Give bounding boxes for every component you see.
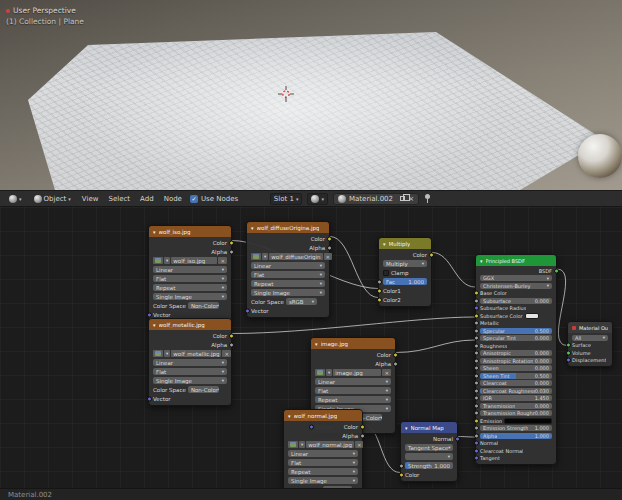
collapse-icon[interactable]: ▾ xyxy=(251,225,254,231)
blend-mode-dropdown[interactable]: Multiply xyxy=(383,260,427,267)
collapse-icon[interactable]: ▾ xyxy=(480,258,483,264)
node-mix-multiply[interactable]: ▾ Multiply Color Multiply Clamp Fac1.000… xyxy=(378,237,432,307)
material-slot-dropdown[interactable]: Slot 1 ▾ xyxy=(270,193,303,205)
image-browse-chevron-icon[interactable]: ▾ xyxy=(164,350,170,357)
transmission-roughness-slider[interactable]: Transmission Roughness0.000 xyxy=(480,410,552,416)
image-selector[interactable]: ▾wolf_metallic.jpg× xyxy=(153,350,231,357)
image-name[interactable]: wolf_iso.jpg xyxy=(171,257,217,264)
image-browse-chevron-icon[interactable]: ▾ xyxy=(326,369,332,376)
node-header[interactable]: ▾ Multiply xyxy=(379,238,431,249)
color-output-socket[interactable] xyxy=(229,333,234,338)
image-selector[interactable]: ▾wolf_iso.jpg× xyxy=(153,257,227,264)
sheen-tint-input-socket[interactable] xyxy=(474,373,479,378)
node-wolf-iso-texture[interactable]: ▾ wolf_iso.jpg Color Alpha ▾wolf_iso.jpg… xyxy=(148,225,232,322)
volume-input-socket[interactable] xyxy=(566,350,571,355)
projection-dropdown[interactable]: Flat xyxy=(153,368,227,375)
node-wolf-diffuse-texture[interactable]: ▾ wolf_diffuseOrigina.jpg Color Alpha ▾w… xyxy=(246,221,330,318)
source-dropdown[interactable]: Single Image xyxy=(153,293,227,300)
interpolation-dropdown[interactable]: Linear xyxy=(153,359,227,366)
interpolation-dropdown[interactable]: Linear xyxy=(288,450,358,457)
bsdf-output-socket[interactable] xyxy=(554,268,559,273)
roughness-input-socket[interactable] xyxy=(474,343,479,348)
menu-node[interactable]: Node xyxy=(162,195,184,203)
vector-input-socket[interactable] xyxy=(309,424,314,429)
displacement-input-socket[interactable] xyxy=(566,358,571,363)
vector-input-socket[interactable] xyxy=(245,308,250,313)
alpha-input-socket[interactable] xyxy=(474,433,479,438)
unlink-image-icon[interactable]: × xyxy=(222,350,231,357)
menu-view[interactable]: View xyxy=(80,195,101,203)
image-name[interactable]: wolf_diffuseOrigin xyxy=(269,253,322,260)
specular-input-socket[interactable] xyxy=(474,328,479,333)
projection-dropdown[interactable]: Flat xyxy=(251,271,325,278)
node-header[interactable]: ▾ wolf_normal.jpg xyxy=(284,410,362,421)
alpha-output-socket[interactable] xyxy=(360,433,365,438)
collapse-icon[interactable]: ▾ xyxy=(153,229,156,235)
menu-select[interactable]: Select xyxy=(106,195,132,203)
color-space-dropdown[interactable]: sRGB xyxy=(286,298,317,305)
image-browse-chevron-icon[interactable]: ▾ xyxy=(299,441,305,448)
sheen-tint-slider[interactable]: Sheen Tint0.500 xyxy=(480,373,552,379)
color-space-dropdown[interactable]: Non-Color xyxy=(188,386,219,393)
base-color-input-socket[interactable] xyxy=(474,291,479,296)
sheen-slider[interactable]: Sheen0.000 xyxy=(480,365,552,371)
strength-input-socket[interactable] xyxy=(399,463,404,468)
subsurface-color-swatch[interactable] xyxy=(525,313,539,319)
clearcoat-slider[interactable]: Clearcoat0.000 xyxy=(480,380,552,386)
subsurface-slider[interactable]: Subsurface0.000 xyxy=(480,298,552,304)
unlink-image-icon[interactable]: × xyxy=(382,369,391,376)
interpolation-dropdown[interactable]: Linear xyxy=(153,266,227,273)
sheen-input-socket[interactable] xyxy=(474,366,479,371)
alpha-output-socket[interactable] xyxy=(393,361,398,366)
image-name[interactable]: wolf_metallic.jpg xyxy=(171,350,221,357)
checkbox-box[interactable]: ✓ xyxy=(190,195,198,203)
collapse-icon[interactable]: ▾ xyxy=(153,322,156,328)
use-nodes-checkbox[interactable]: ✓ Use Nodes xyxy=(190,195,238,203)
surface-input-socket[interactable] xyxy=(566,343,571,348)
extension-dropdown[interactable]: Repeat xyxy=(251,280,325,287)
anisotropic-rotation-input-socket[interactable] xyxy=(474,358,479,363)
node-header[interactable]: Material Output xyxy=(568,322,612,333)
target-dropdown[interactable]: All xyxy=(572,335,608,341)
image-browse-chevron-icon[interactable]: ▾ xyxy=(164,257,170,264)
collapse-icon[interactable]: ▾ xyxy=(288,413,291,419)
editor-type-selector[interactable]: ▾ xyxy=(6,194,25,204)
node-header[interactable]: ▾ Normal Map xyxy=(401,422,457,433)
extension-dropdown[interactable]: Repeat xyxy=(315,396,391,403)
subsurface-method-dropdown[interactable]: Christensen-Burley xyxy=(480,283,552,289)
color1-input-socket[interactable] xyxy=(377,288,382,293)
source-dropdown[interactable]: Single Image xyxy=(153,377,227,384)
emission-strength-slider[interactable]: Emission Strength1.000 xyxy=(480,425,552,431)
unlink-image-icon[interactable]: × xyxy=(218,257,227,264)
projection-dropdown[interactable]: Flat xyxy=(315,387,391,394)
strength-slider[interactable]: Strength1.000 xyxy=(405,462,453,469)
clearcoat-normal-input-socket[interactable] xyxy=(474,448,479,453)
clamp-checkbox[interactable] xyxy=(383,270,389,276)
node-header[interactable]: ▾ wolf_metallic.jpg xyxy=(149,319,231,330)
shader-node-editor[interactable]: ▾ wolf_iso.jpg Color Alpha ▾wolf_iso.jpg… xyxy=(0,207,622,488)
color-output-socket[interactable] xyxy=(393,352,398,357)
color-input-socket[interactable] xyxy=(399,472,404,477)
collapse-icon[interactable]: ▾ xyxy=(405,425,408,431)
specular-tint-input-socket[interactable] xyxy=(474,336,479,341)
alpha-output-socket[interactable] xyxy=(229,342,234,347)
projection-dropdown[interactable]: Flat xyxy=(288,459,358,466)
source-dropdown[interactable]: Single Image xyxy=(251,289,325,296)
menu-add[interactable]: Add xyxy=(138,195,156,203)
fac-input-socket[interactable] xyxy=(377,279,382,284)
interpolation-dropdown[interactable]: Linear xyxy=(315,378,391,385)
ior-input-socket[interactable] xyxy=(474,396,479,401)
node-header[interactable]: ▾ Principled BSDF xyxy=(476,255,556,266)
emission-strength-input-socket[interactable] xyxy=(474,426,479,431)
plane-object[interactable] xyxy=(0,0,622,190)
ior-slider[interactable]: IOR1.450 xyxy=(480,395,552,401)
emission-input-socket[interactable] xyxy=(474,418,479,423)
distribution-dropdown[interactable]: GGX xyxy=(480,275,552,281)
emission-color-swatch[interactable] xyxy=(504,418,552,424)
browse-material-dropdown[interactable]: ▾ xyxy=(307,193,328,205)
node-normal-map[interactable]: ▾ Normal Map Normal Tangent Space Streng… xyxy=(400,421,458,482)
alpha-slider[interactable]: Alpha1.000 xyxy=(480,433,552,439)
node-principled-bsdf[interactable]: ▾ Principled BSDF BSDF GGX Christensen-B… xyxy=(475,254,557,465)
projection-dropdown[interactable]: Flat xyxy=(153,275,227,282)
image-name[interactable]: wolf_normal.jpg xyxy=(306,441,354,448)
